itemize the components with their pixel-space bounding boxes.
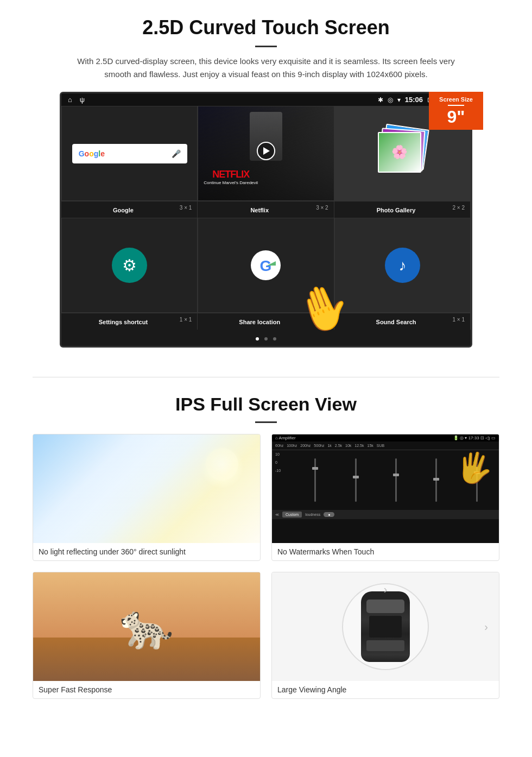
share-size: 1 × 1 bbox=[316, 317, 328, 323]
section2-title: IPS Full Screen View bbox=[33, 394, 499, 415]
status-time: 15:06 bbox=[405, 96, 423, 104]
car-windshield bbox=[366, 600, 404, 613]
badge-divider bbox=[448, 105, 464, 106]
status-bar: ⌂ ψ ✱ ◎ ▾ 15:06 ⊡ ◁) ⊠ ▭ bbox=[61, 93, 471, 106]
dot-2 bbox=[264, 337, 268, 340]
amp-y-labels: 10 0 -10 bbox=[275, 452, 294, 508]
amp-handle-1 bbox=[312, 467, 318, 470]
mic-icon[interactable]: 🎤 bbox=[172, 149, 181, 158]
gallery-img-front: 🌸 bbox=[378, 132, 421, 173]
feature-car: › › Large Viewing Angle bbox=[271, 572, 499, 699]
feature-cheetah: 🐆 Super Fast Response bbox=[33, 572, 261, 699]
svg-text:G: G bbox=[260, 257, 272, 274]
gallery-label: Photo Gallery bbox=[377, 207, 416, 213]
location-icon: ◎ bbox=[388, 96, 393, 104]
netflix-label: Netflix bbox=[250, 207, 269, 213]
view-angle-top: › bbox=[384, 583, 388, 596]
car-circle bbox=[342, 583, 429, 670]
label-share: Share location 1 × 1 bbox=[198, 313, 334, 330]
amp-slider-1[interactable] bbox=[314, 458, 316, 502]
app-labels-row1: Google 3 × 1 Netflix 3 × 2 Photo Gallery… bbox=[61, 201, 471, 218]
app-cell-google[interactable]: Google 🎤 bbox=[61, 106, 198, 201]
gear-icon: ⚙ bbox=[122, 256, 137, 275]
gallery-size: 2 × 2 bbox=[452, 205, 465, 211]
sound-size: 1 × 1 bbox=[452, 317, 465, 323]
amplifier-image: ⌂ Amplifier 🔋 ◎ ▾ 17:33 ⊡ ◁) ▭ 60hz 100h… bbox=[272, 434, 499, 543]
app-cell-sound[interactable]: ♪ bbox=[334, 218, 471, 313]
gallery-stack: 🌸 bbox=[378, 127, 427, 181]
amp-handle-2 bbox=[353, 476, 359, 478]
hand-touch-icon: 🖐 bbox=[453, 447, 496, 489]
settings-size: 1 × 1 bbox=[180, 317, 192, 323]
badge-label: Screen Size bbox=[434, 96, 478, 103]
caption-amplifier: No Watermarks When Touch bbox=[272, 543, 499, 560]
app-grid-row2: ⚙ G 🤚 bbox=[61, 218, 471, 313]
settings-label: Settings shortcut bbox=[99, 319, 148, 325]
label-gallery: Photo Gallery 2 × 2 bbox=[334, 201, 471, 218]
label-sound: Sound Search 1 × 1 bbox=[334, 313, 471, 330]
section-curved-screen: 2.5D Curved Touch Screen With 2.5D curve… bbox=[0, 0, 532, 361]
amp-bottom-bar: ≪ Custom loudness ● bbox=[272, 510, 499, 519]
android-device: ⌂ ψ ✱ ◎ ▾ 15:06 ⊡ ◁) ⊠ ▭ bbox=[60, 92, 472, 348]
amp-handle-3 bbox=[393, 474, 399, 476]
amp-custom-button[interactable]: Custom bbox=[282, 512, 302, 518]
section1-title: 2.5D Curved Touch Screen bbox=[33, 16, 499, 39]
amp-loudness-label: loudness bbox=[305, 513, 320, 516]
amp-toggle[interactable]: ● bbox=[324, 512, 334, 517]
home-icon[interactable]: ⌂ bbox=[68, 96, 72, 104]
pagination-dots bbox=[61, 330, 471, 346]
car-image: › › bbox=[272, 572, 499, 681]
app-cell-netflix[interactable]: NETFLIX Continue Marvel's Daredevil bbox=[198, 106, 334, 201]
car-top-view bbox=[361, 591, 410, 662]
cheetah-emoji: 🐆 bbox=[119, 605, 174, 648]
share-label: Share location bbox=[239, 319, 280, 325]
netflix-badge: NETFLIX Continue Marvel's Daredevil bbox=[204, 169, 258, 185]
music-icon-wrap: ♪ bbox=[385, 248, 420, 283]
screen-size-badge: Screen Size 9" bbox=[429, 92, 483, 130]
google-label: Google bbox=[113, 207, 134, 213]
app-grid-row1: Google 🎤 NETFLIX Continue Marvel bbox=[61, 106, 471, 201]
amp-handle-4 bbox=[433, 478, 439, 481]
app-cell-share[interactable]: G 🤚 bbox=[198, 218, 334, 313]
dot-1 bbox=[256, 337, 259, 340]
play-button[interactable] bbox=[257, 141, 275, 160]
status-left: ⌂ ψ bbox=[68, 96, 85, 104]
amp-slider-4[interactable] bbox=[435, 458, 437, 502]
flower-icon: 🌸 bbox=[391, 144, 408, 160]
sound-label: Sound Search bbox=[376, 319, 416, 325]
amp-sliders-area: 10 0 -10 bbox=[272, 450, 499, 510]
section-ips: IPS Full Screen View No light reflecting… bbox=[0, 394, 532, 710]
car-rear bbox=[366, 640, 404, 651]
app-cell-settings[interactable]: ⚙ bbox=[61, 218, 198, 313]
feature-sunlight: No light reflecting under 360° direct su… bbox=[33, 434, 261, 561]
caption-cheetah: Super Fast Response bbox=[33, 681, 260, 698]
feature-amplifier: ⌂ Amplifier 🔋 ◎ ▾ 17:33 ⊡ ◁) ▭ 60hz 100h… bbox=[271, 434, 499, 561]
wifi-icon: ▾ bbox=[397, 96, 401, 104]
amp-status-bar: ⌂ Amplifier 🔋 ◎ ▾ 17:33 ⊡ ◁) ▭ bbox=[272, 434, 499, 441]
amp-slider-3[interactable] bbox=[395, 458, 397, 502]
amp-slider-2[interactable] bbox=[355, 458, 357, 502]
dot-3 bbox=[273, 337, 276, 340]
feature-grid: No light reflecting under 360° direct su… bbox=[33, 434, 499, 699]
google-size: 3 × 1 bbox=[180, 205, 192, 211]
amp-time: 🔋 ◎ ▾ 17:33 ⊡ ◁) ▭ bbox=[453, 436, 496, 440]
sky-overlay bbox=[33, 434, 260, 543]
netflix-size: 3 × 2 bbox=[316, 205, 328, 211]
label-google: Google 3 × 1 bbox=[61, 201, 198, 218]
badge-size: 9" bbox=[434, 108, 478, 125]
netflix-subtitle: Continue Marvel's Daredevil bbox=[204, 180, 258, 185]
label-settings: Settings shortcut 1 × 1 bbox=[61, 313, 198, 330]
settings-icon-wrap: ⚙ bbox=[112, 248, 147, 283]
gmaps-icon: G bbox=[251, 250, 281, 280]
car-roof bbox=[369, 616, 402, 638]
google-logo: Google bbox=[79, 149, 105, 158]
label-netflix: Netflix 3 × 2 bbox=[198, 201, 334, 218]
amp-home-icon: ⌂ Amplifier bbox=[275, 436, 296, 440]
bluetooth-icon: ✱ bbox=[378, 96, 383, 104]
sunlight-image bbox=[33, 434, 260, 543]
caption-car: Large Viewing Angle bbox=[272, 681, 499, 698]
cheetah-figure: 🐆 bbox=[119, 605, 174, 648]
google-search-bar[interactable]: Google 🎤 bbox=[72, 144, 187, 163]
music-note-icon: ♪ bbox=[398, 257, 406, 274]
title-underline bbox=[255, 46, 277, 47]
